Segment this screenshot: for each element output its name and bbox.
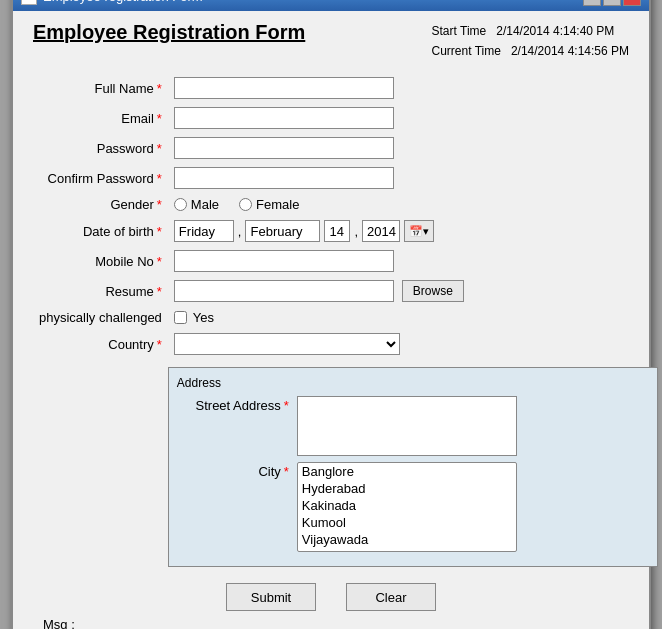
current-time-value: 2/14/2014 4:14:56 PM: [511, 44, 629, 58]
dob-row: Date of birth* Friday , February 14 , 20…: [33, 216, 662, 246]
phys-challenged-group: Yes: [174, 310, 658, 325]
street-row: Street Address*: [177, 396, 649, 456]
password-input[interactable]: [174, 137, 394, 159]
msg-label: Msg :: [43, 617, 75, 629]
confirm-password-input[interactable]: [174, 167, 394, 189]
street-label: Street Address*: [177, 396, 297, 413]
male-label: Male: [191, 197, 219, 212]
city-listbox[interactable]: BangloreHyderabadKakinadaKumoolVijayawad…: [297, 462, 517, 552]
phys-challenged-row: physically challenged Yes: [33, 306, 662, 329]
confirm-password-label: Confirm Password*: [33, 163, 168, 193]
address-group: Address Street Address* City*: [168, 367, 658, 567]
email-input[interactable]: [174, 107, 394, 129]
current-time-label: Current Time: [432, 44, 501, 58]
start-time-value: 2/14/2014 4:14:40 PM: [496, 24, 614, 38]
country-select[interactable]: [174, 333, 400, 355]
resume-label: Resume*: [33, 276, 168, 306]
form-table: Full Name* Email* Password*: [33, 73, 662, 571]
yes-label: Yes: [193, 310, 214, 325]
calendar-button[interactable]: 📅▾: [404, 220, 434, 242]
minimize-button[interactable]: —: [583, 0, 601, 6]
browse-button[interactable]: Browse: [402, 280, 464, 302]
form-title-row: Employee Registration Form Start Time 2/…: [33, 21, 629, 62]
full-name-input[interactable]: [174, 77, 394, 99]
dob-date: 14: [324, 220, 350, 242]
close-button[interactable]: ✕: [623, 0, 641, 6]
address-row: Address Street Address* City*: [33, 359, 662, 571]
time-info: Start Time 2/14/2014 4:14:40 PM Current …: [432, 21, 629, 62]
msg-row: Msg :: [33, 617, 629, 629]
female-radio[interactable]: [239, 198, 252, 211]
password-row: Password*: [33, 133, 662, 163]
dob-label: Date of birth*: [33, 216, 168, 246]
window-title: Employee registration Form: [43, 0, 203, 4]
full-name-label: Full Name*: [33, 73, 168, 103]
title-bar-left: 🗒 Employee registration Form: [21, 0, 203, 5]
form-content: Employee Registration Form Start Time 2/…: [13, 11, 649, 629]
country-label: Country*: [33, 329, 168, 359]
female-option: Female: [239, 197, 299, 212]
gender-row: Gender* Male Female: [33, 193, 662, 216]
mobile-input[interactable]: [174, 250, 394, 272]
maximize-button[interactable]: □: [603, 0, 621, 6]
dob-year: 2014: [362, 220, 400, 242]
address-legend: Address: [177, 376, 649, 390]
start-time-label: Start Time: [432, 24, 487, 38]
buttons-row: Submit Clear: [33, 583, 629, 611]
email-row: Email*: [33, 103, 662, 133]
phys-challenged-label: physically challenged: [33, 306, 168, 329]
country-row: Country*: [33, 329, 662, 359]
date-picker: Friday , February 14 , 2014 📅▾: [174, 220, 658, 242]
city-row: City* BangloreHyderabadKakinadaKumoolVij…: [177, 462, 649, 552]
mobile-row: Mobile No*: [33, 246, 662, 276]
dob-month: February: [245, 220, 320, 242]
page-title: Employee Registration Form: [33, 21, 305, 44]
street-input[interactable]: [297, 396, 517, 456]
male-option: Male: [174, 197, 219, 212]
gender-radio-group: Male Female: [174, 197, 658, 212]
female-label: Female: [256, 197, 299, 212]
gender-label: Gender*: [33, 193, 168, 216]
title-bar: 🗒 Employee registration Form — □ ✕: [13, 0, 649, 11]
password-label: Password*: [33, 133, 168, 163]
title-bar-controls: — □ ✕: [583, 0, 641, 6]
resume-input[interactable]: [174, 280, 394, 302]
dob-separator: ,: [238, 224, 242, 239]
city-label: City*: [177, 462, 297, 479]
confirm-password-row: Confirm Password*: [33, 163, 662, 193]
window-icon: 🗒: [21, 0, 37, 5]
resume-row: Resume* Browse: [33, 276, 662, 306]
clear-button[interactable]: Clear: [346, 583, 436, 611]
main-window: 🗒 Employee registration Form — □ ✕ Emplo…: [11, 0, 651, 629]
full-name-row: Full Name*: [33, 73, 662, 103]
submit-button[interactable]: Submit: [226, 583, 316, 611]
dob-day: Friday: [174, 220, 234, 242]
resume-field-row: Browse: [174, 280, 658, 302]
male-radio[interactable]: [174, 198, 187, 211]
mobile-label: Mobile No*: [33, 246, 168, 276]
phys-challenged-checkbox[interactable]: [174, 311, 187, 324]
email-label: Email*: [33, 103, 168, 133]
